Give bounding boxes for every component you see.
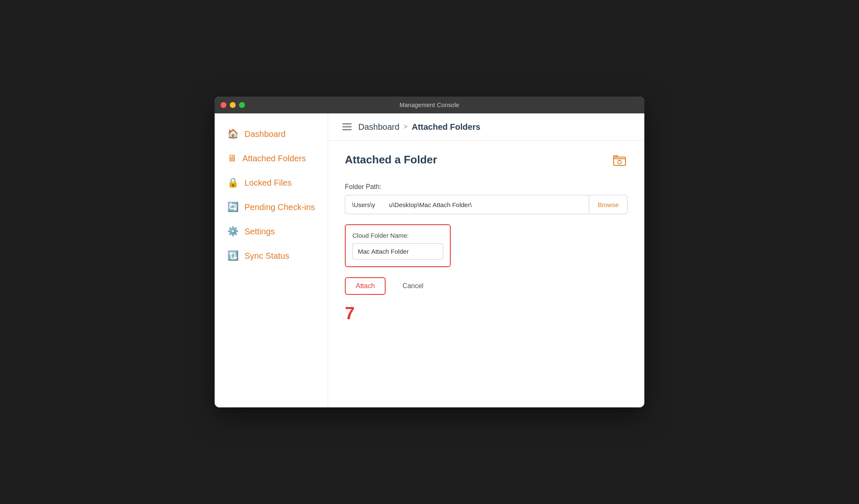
browse-button[interactable]: Browse [589, 195, 628, 214]
breadcrumb: Dashboard > Attached Folders [358, 122, 481, 132]
cloud-folder-box: Cloud Folder Name: [345, 224, 451, 267]
breadcrumb-separator: > [404, 123, 407, 131]
sidebar-label-settings: Settings [244, 227, 275, 236]
breadcrumb-parent[interactable]: Dashboard [358, 122, 399, 132]
folder-path-group: Folder Path: Browse [345, 183, 628, 214]
gear-icon: ⚙️ [227, 226, 239, 237]
minimize-button[interactable] [230, 102, 236, 108]
sidebar-label-sync-status: Sync Status [244, 251, 289, 261]
folder-path-label: Folder Path: [345, 183, 628, 191]
sync-icon: 🔃 [227, 250, 239, 261]
sidebar-label-attached-folders: Attached Folders [242, 154, 306, 163]
home-icon: 🏠 [227, 129, 239, 139]
cloud-folder-name-input[interactable] [352, 243, 443, 260]
page-title: Attached a Folder [345, 153, 437, 166]
sidebar-item-locked-files[interactable]: 🔒 Locked Files [215, 171, 328, 195]
hamburger-menu[interactable] [341, 122, 353, 132]
app-window: Management Console 🏠 Dashboard 🖥 Attache… [215, 97, 644, 407]
sidebar-item-attached-folders[interactable]: 🖥 Attached Folders [215, 146, 328, 171]
page-header: Attached a Folder [345, 153, 628, 171]
hamburger-line-2 [342, 126, 352, 127]
form-section: Folder Path: Browse Cloud Folder Name: [345, 183, 628, 323]
sidebar-item-pending-checkins[interactable]: 🔄 Pending Check-ins [215, 195, 328, 219]
page-content: Attached a Folder [328, 141, 644, 407]
sidebar: 🏠 Dashboard 🖥 Attached Folders 🔒 Locked … [215, 113, 328, 407]
number-badge: 7 [345, 303, 628, 323]
breadcrumb-current: Attached Folders [412, 122, 480, 132]
window-title: Management Console [399, 102, 459, 108]
breadcrumb-bar: Dashboard > Attached Folders [328, 113, 644, 141]
lock-icon: 🔒 [227, 177, 239, 188]
hamburger-line-1 [342, 123, 352, 124]
titlebar-buttons [221, 102, 245, 108]
svg-rect-1 [618, 161, 621, 164]
actions-row: Attach Cancel [345, 277, 628, 295]
content-area: Dashboard > Attached Folders Attached a … [328, 113, 644, 407]
close-button[interactable] [221, 102, 226, 108]
monitor-icon: 🖥 [227, 153, 236, 164]
titlebar: Management Console [215, 97, 644, 113]
hamburger-line-3 [342, 129, 352, 130]
sidebar-label-locked-files: Locked Files [244, 178, 292, 188]
maximize-button[interactable] [239, 102, 245, 108]
folder-path-input[interactable] [345, 195, 589, 214]
sidebar-label-pending-checkins: Pending Check-ins [244, 202, 315, 212]
sidebar-label-dashboard: Dashboard [244, 129, 286, 139]
sidebar-item-dashboard[interactable]: 🏠 Dashboard [215, 122, 328, 146]
cloud-folder-name-label: Cloud Folder Name: [352, 232, 443, 239]
folder-action-icon[interactable] [612, 153, 628, 171]
cloud-folder-group: Cloud Folder Name: [345, 224, 628, 267]
folder-path-row: Browse [345, 195, 628, 214]
sidebar-item-sync-status[interactable]: 🔃 Sync Status [215, 244, 328, 268]
attach-button[interactable]: Attach [345, 277, 386, 295]
cancel-button[interactable]: Cancel [394, 278, 432, 294]
checkin-icon: 🔄 [227, 202, 239, 213]
sidebar-item-settings[interactable]: ⚙️ Settings [215, 219, 328, 244]
main-layout: 🏠 Dashboard 🖥 Attached Folders 🔒 Locked … [215, 113, 644, 407]
